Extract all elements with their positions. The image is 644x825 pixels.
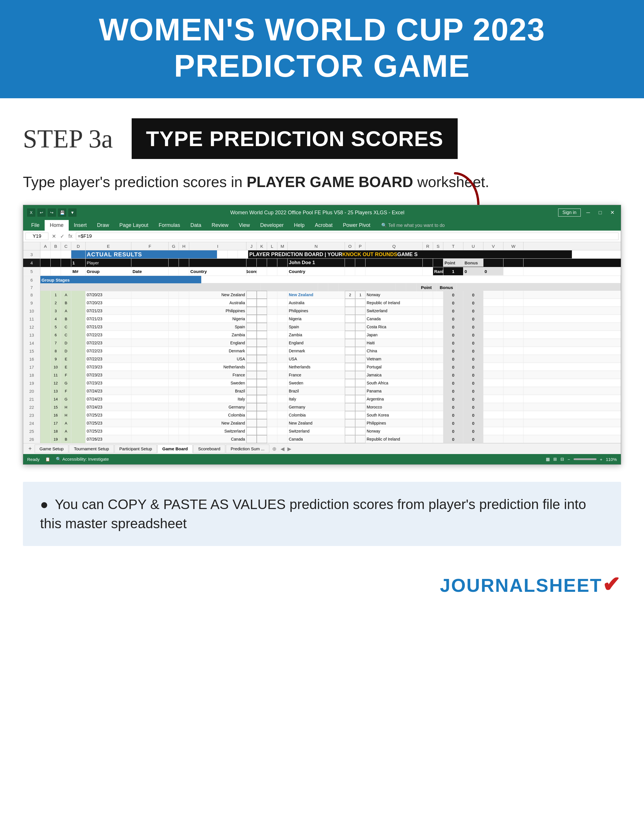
cell-reference[interactable] xyxy=(25,233,48,240)
cell-26-o-pred1[interactable] xyxy=(345,435,355,443)
cell-17-k-score2[interactable] xyxy=(257,363,267,371)
minimize-button[interactable]: ─ xyxy=(584,208,593,217)
tab-game-setup[interactable]: Game Setup xyxy=(35,445,68,453)
cell-21-o-pred1[interactable] xyxy=(345,395,355,403)
cell-25-j-score1[interactable] xyxy=(247,427,257,435)
cell-8-p-pred2[interactable]: 1 xyxy=(355,291,365,299)
tab-view[interactable]: View xyxy=(234,220,255,230)
insert-function-icon[interactable]: fx xyxy=(67,233,74,240)
cell-16-j-score1[interactable] xyxy=(247,355,257,363)
cell-23-j-score1[interactable] xyxy=(247,411,257,419)
cell-19-o-pred1[interactable] xyxy=(345,379,355,387)
tab-draw[interactable]: Draw xyxy=(92,220,114,230)
cell-11-o-pred1[interactable] xyxy=(345,315,355,323)
cell-10-k-score2[interactable] xyxy=(257,307,267,315)
cell-24-p-pred2[interactable] xyxy=(355,419,365,427)
cell-11-p-pred2[interactable] xyxy=(355,315,365,323)
tab-help[interactable]: Help xyxy=(289,220,310,230)
cell-25-k-score2[interactable] xyxy=(257,427,267,435)
cell-19-p-pred2[interactable] xyxy=(355,379,365,387)
cell-16-p-pred2[interactable] xyxy=(355,355,365,363)
save-icon[interactable]: 💾 xyxy=(58,209,66,216)
cell-15-p-pred2[interactable] xyxy=(355,347,365,355)
cell-26-j-score1[interactable] xyxy=(247,435,257,443)
tell-me-input[interactable]: 🔍 Tell me what you want to do xyxy=(376,220,618,230)
cell-9-p-pred2[interactable] xyxy=(355,299,365,307)
zoom-minus-icon[interactable]: − xyxy=(568,457,570,462)
add-sheet-button[interactable]: + xyxy=(26,445,34,453)
cell-20-j-score1[interactable] xyxy=(247,387,257,395)
tab-page-layout[interactable]: Page Layout xyxy=(114,220,153,230)
cell-22-j-score1[interactable] xyxy=(247,403,257,411)
cell-20-k-score2[interactable] xyxy=(257,387,267,395)
cell-18-j-score1[interactable] xyxy=(247,371,257,379)
undo-icon[interactable]: ↩ xyxy=(37,209,46,216)
confirm-formula-icon[interactable]: ✓ xyxy=(59,233,66,240)
cell-8-o-pred1[interactable]: 2 xyxy=(345,291,355,299)
cell-9-o-pred1[interactable] xyxy=(345,299,355,307)
cell-18-k-score2[interactable] xyxy=(257,371,267,379)
cell-20-p-pred2[interactable] xyxy=(355,387,365,395)
tab-acrobat[interactable]: Acrobat xyxy=(310,220,338,230)
cell-23-o-pred1[interactable] xyxy=(345,411,355,419)
cell-26-k-score2[interactable] xyxy=(257,435,267,443)
cell-13-p-pred2[interactable] xyxy=(355,331,365,339)
cell-25-o-pred1[interactable] xyxy=(345,427,355,435)
cell-22-k-score2[interactable] xyxy=(257,403,267,411)
cell-11-j-score1[interactable] xyxy=(247,315,257,323)
cell-11-k-score2[interactable] xyxy=(257,315,267,323)
tab-tournament-setup[interactable]: Tournament Setup xyxy=(69,445,114,453)
cell-9-k-score2[interactable] xyxy=(257,299,267,307)
cell-23-k-score2[interactable] xyxy=(257,411,267,419)
cell-12-p-pred2[interactable] xyxy=(355,323,365,331)
cell-24-k-score2[interactable] xyxy=(257,419,267,427)
cell-18-p-pred2[interactable] xyxy=(355,371,365,379)
cell-16-o-pred1[interactable] xyxy=(345,355,355,363)
tab-more-icon[interactable]: ⊕ xyxy=(270,446,279,452)
view-page-break-icon[interactable]: ⊟ xyxy=(561,457,564,462)
cell-14-j-score1[interactable] xyxy=(247,339,257,347)
formula-input[interactable] xyxy=(76,233,619,240)
cell-14-k-score2[interactable] xyxy=(257,339,267,347)
cell-20-o-pred1[interactable] xyxy=(345,387,355,395)
cell-16-k-score2[interactable] xyxy=(257,355,267,363)
tab-scoreboard[interactable]: Scoreboard xyxy=(193,445,225,453)
tab-developer[interactable]: Developer xyxy=(255,220,289,230)
cell-10-p-pred2[interactable] xyxy=(355,307,365,315)
view-layout-icon[interactable]: ⊞ xyxy=(553,457,557,462)
tab-arrow-right[interactable]: ▶ xyxy=(286,446,293,452)
zoom-slider[interactable] xyxy=(573,458,596,460)
cell-15-j-score1[interactable] xyxy=(247,347,257,355)
cell-17-o-pred1[interactable] xyxy=(345,363,355,371)
tab-file[interactable]: File xyxy=(26,220,45,230)
cell-9-j-score1[interactable] xyxy=(247,299,257,307)
tab-arrow-left[interactable]: ◀ xyxy=(279,446,286,452)
cell-21-k-score2[interactable] xyxy=(257,395,267,403)
cell-21-j-score1[interactable] xyxy=(247,395,257,403)
tab-data[interactable]: Data xyxy=(185,220,206,230)
view-normal-icon[interactable]: ▦ xyxy=(546,457,550,462)
cell-13-o-pred1[interactable] xyxy=(345,331,355,339)
tab-prediction-sum[interactable]: Prediction Sum ... xyxy=(226,445,269,453)
cell-25-p-pred2[interactable] xyxy=(355,427,365,435)
tab-home[interactable]: Home xyxy=(45,220,69,230)
cell-8-k-score2[interactable] xyxy=(257,291,267,299)
tab-game-board[interactable]: Game Board xyxy=(157,445,193,453)
cell-12-j-score1[interactable] xyxy=(247,323,257,331)
tab-power-pivot[interactable]: Power Pivot xyxy=(338,220,376,230)
cell-10-j-score1[interactable] xyxy=(247,307,257,315)
cell-17-p-pred2[interactable] xyxy=(355,363,365,371)
cell-15-k-score2[interactable] xyxy=(257,347,267,355)
cell-15-o-pred1[interactable] xyxy=(345,347,355,355)
close-button[interactable]: ✕ xyxy=(608,208,617,217)
maximize-button[interactable]: □ xyxy=(596,208,605,217)
cell-14-p-pred2[interactable] xyxy=(355,339,365,347)
cell-10-o-pred1[interactable] xyxy=(345,307,355,315)
redo-icon[interactable]: ↪ xyxy=(48,209,56,216)
sign-in-button[interactable]: Sign in xyxy=(558,209,581,216)
cell-12-o-pred1[interactable] xyxy=(345,323,355,331)
cell-23-p-pred2[interactable] xyxy=(355,411,365,419)
cell-12-k-score2[interactable] xyxy=(257,323,267,331)
cell-19-k-score2[interactable] xyxy=(257,379,267,387)
cell-13-j-score1[interactable] xyxy=(247,331,257,339)
